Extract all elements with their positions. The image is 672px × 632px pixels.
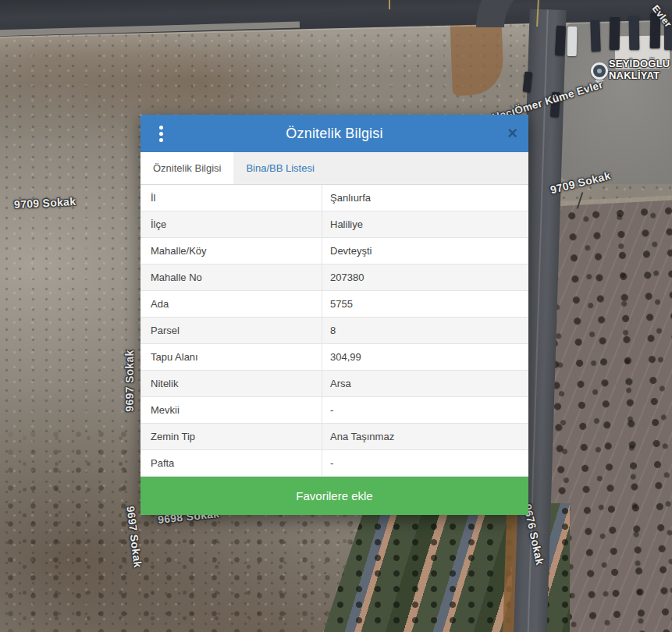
close-icon[interactable]: × (507, 115, 517, 152)
field-value: - (322, 450, 528, 476)
field-label: Mahalle No (140, 265, 322, 290)
field-value: Şanlıurfa (322, 185, 528, 211)
table-row: Zemin Tip Ana Taşınmaz (140, 424, 528, 450)
table-row: İl Şanlıurfa (140, 185, 528, 211)
kebab-menu-icon[interactable] (156, 122, 166, 145)
truck-icon (555, 26, 566, 56)
field-label: İl (140, 185, 322, 211)
table-row: Ada 5755 (140, 291, 528, 318)
street-label: 9697 Sokak (123, 334, 136, 428)
attribute-info-modal: Öznitelik Bilgisi × Öznitelik Bilgisi Bi… (140, 115, 528, 515)
field-label: Ada (140, 291, 322, 317)
table-row: Mahalle No 207380 (140, 265, 528, 291)
field-value: 5755 (322, 291, 528, 317)
field-value: 207380 (322, 265, 528, 290)
map-viewport[interactable]: 9709 Sokak 9709 Sokak HacıÖmer Küme Evle… (0, 0, 672, 632)
tab-bina-bb-listesi[interactable]: Bina/BB Listesi (233, 152, 326, 184)
truck-icon (629, 16, 640, 50)
poi-label[interactable]: SEYİDOĞLU NAKLİYAT (609, 58, 670, 81)
truck-icon (590, 20, 600, 51)
field-value: Arsa (322, 371, 528, 396)
field-label: Mahalle/Köy (140, 238, 322, 264)
field-value: - (322, 397, 528, 423)
field-value: 8 (322, 318, 528, 343)
field-label: Zemin Tip (140, 424, 322, 449)
field-label: Parsel (140, 318, 322, 343)
table-row: Mevkii - (140, 397, 528, 424)
poi-label-line: NAKLİYAT (609, 69, 670, 81)
field-label: Tapu Alanı (140, 344, 322, 370)
field-value: Haliliye (322, 211, 528, 237)
add-to-favorites-button[interactable]: Favorilere ekle (140, 477, 528, 515)
attribute-table: İl Şanlıurfa İlçe Haliliye Mahalle/Köy D… (140, 185, 528, 477)
poi-label-line: SEYİDOĞLU (609, 58, 670, 69)
truck-icon (567, 27, 578, 56)
table-row: Tapu Alanı 304,99 (140, 344, 528, 371)
field-value: Devteyşti (322, 238, 528, 264)
table-row: Mahalle/Köy Devteyşti (140, 238, 528, 265)
field-label: Mevkii (140, 397, 322, 423)
tab-oznitelik-bilgisi[interactable]: Öznitelik Bilgisi (140, 152, 233, 184)
truck-icon (610, 17, 620, 50)
table-row: İlçe Haliliye (140, 211, 528, 238)
modal-tabs: Öznitelik Bilgisi Bina/BB Listesi (140, 152, 528, 185)
table-row: Parsel 8 (140, 318, 528, 344)
modal-title: Öznitelik Bilgisi (140, 126, 528, 142)
field-value: Ana Taşınmaz (322, 424, 528, 449)
parcel-boundary-line (389, 0, 390, 9)
table-row: Nitelik Arsa (140, 371, 528, 397)
field-label: Pafta (140, 450, 322, 476)
table-row: Pafta - (140, 450, 528, 477)
field-label: Nitelik (140, 371, 322, 396)
field-label: İlçe (140, 211, 322, 237)
modal-header: Öznitelik Bilgisi × (140, 115, 528, 152)
map-pin-icon[interactable] (591, 62, 608, 80)
field-value: 304,99 (322, 344, 528, 370)
